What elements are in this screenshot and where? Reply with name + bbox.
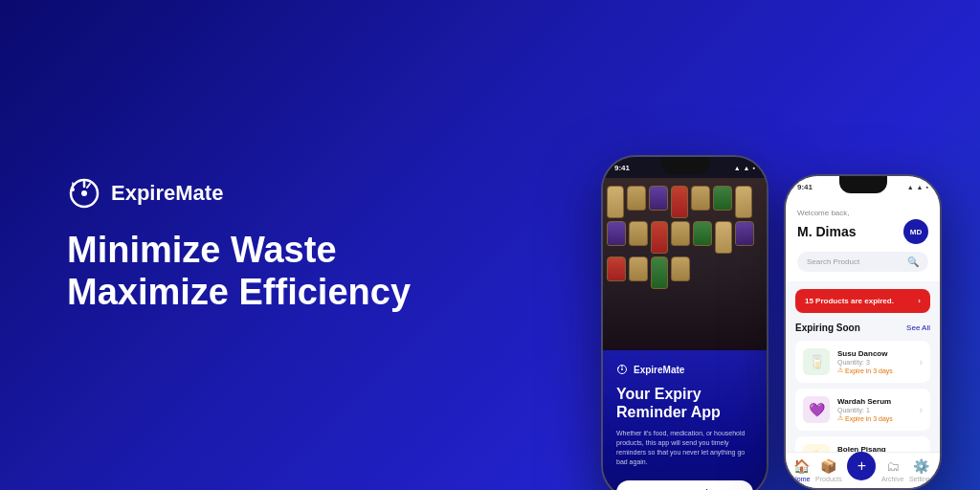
p2-search-bar[interactable]: Search Product 🔍 — [797, 252, 928, 272]
product-name-3: Bolen Pisang — [837, 445, 912, 452]
p1-subtitle: Whether it's food, medication, or househ… — [616, 429, 753, 466]
p2-section-title: Expiring Soon — [795, 323, 860, 333]
p1-title-line2: Reminder App — [616, 403, 753, 421]
phone-2-time: 9:41 — [797, 183, 813, 191]
tagline-line1: Minimize Waste — [67, 230, 601, 272]
signal-icon: ▲ — [734, 165, 741, 171]
chevron-icon-1: › — [920, 357, 923, 368]
nav-home-label: Home — [792, 476, 811, 482]
product-info-3: Bolen Pisang Quantity: 1 ⚠ Expire in 3 d… — [837, 445, 912, 452]
p2-username-row: M. Dimas MD — [797, 219, 928, 244]
get-started-button[interactable]: Get Started — [616, 480, 753, 490]
shelf-items — [607, 186, 763, 289]
p2-welcome-text: Welcome back, — [797, 209, 928, 217]
archive-icon: 🗂 — [886, 458, 900, 474]
jar-3 — [649, 186, 668, 211]
jar-10 — [651, 221, 668, 254]
svg-point-9 — [617, 368, 619, 369]
p2-username: M. Dimas — [797, 224, 856, 239]
product-qty-1: Quantity: 3 — [837, 359, 912, 366]
p2-bottom-nav: 🏠 Home 📦 Products + 🗂 Archive ⚙️ Setting… — [786, 452, 940, 488]
phone-1-status-icons: ▲ ▲ ▪ — [734, 165, 755, 171]
p2-header: Welcome back, M. Dimas MD Search Product… — [786, 197, 940, 281]
phone-1: 9:41 ▲ ▲ ▪ — [601, 155, 768, 490]
svg-point-4 — [71, 188, 75, 191]
battery-icon: ▪ — [753, 165, 755, 171]
jar-16 — [629, 256, 648, 281]
phone-2-status-icons: ▲ ▲ ▪ — [907, 184, 928, 190]
product-expire-2: ⚠ Expire in 3 days — [837, 414, 912, 422]
phone-2: 9:41 ▲ ▲ ▪ Welcome back, M. Dimas MD Sea… — [784, 174, 942, 490]
search-icon: 🔍 — [907, 256, 919, 267]
product-item-2[interactable]: 💜 Wardah Serum Quantity: 1 ⚠ Expire in 3… — [795, 389, 930, 431]
p1-title: Your Expiry Reminder App — [616, 385, 753, 421]
p1-title-line1: Your Expiry — [616, 385, 753, 403]
phone-1-notch — [661, 157, 709, 174]
phone-1-hero — [603, 178, 767, 350]
jar-13 — [715, 221, 732, 254]
jar-1 — [607, 186, 624, 218]
product-item-3[interactable]: 🍌 Bolen Pisang Quantity: 1 ⚠ Expire in 3… — [795, 436, 930, 452]
phones-section: 9:41 ▲ ▲ ▪ — [601, 0, 980, 490]
jar-14 — [735, 221, 754, 246]
jar-6 — [713, 186, 732, 211]
p2-see-all-link[interactable]: See All — [906, 323, 930, 332]
nav-home[interactable]: 🏠 Home — [792, 458, 811, 482]
nav-add-button[interactable]: + — [847, 452, 876, 480]
phone-1-time: 9:41 — [614, 164, 630, 172]
phone-2-notch — [839, 176, 887, 193]
svg-point-1 — [81, 190, 87, 196]
product-icon-3: 🍌 — [803, 444, 830, 452]
product-name-2: Wardah Serum — [837, 397, 912, 406]
p2-alert-banner[interactable]: 15 Products are expired. › — [795, 289, 930, 313]
p2-section-header: Expiring Soon See All — [795, 323, 930, 333]
signal-icon-2: ▲ — [907, 184, 914, 190]
left-section: ExpireMate Minimize Waste Maximize Effic… — [0, 176, 601, 313]
p2-search-placeholder: Search Product — [807, 257, 859, 266]
nav-archive[interactable]: 🗂 Archive — [881, 458, 903, 482]
battery-icon-2: ▪ — [926, 184, 928, 190]
jar-5 — [691, 186, 710, 211]
nav-archive-label: Archive — [881, 476, 903, 482]
jar-11 — [671, 221, 690, 246]
warning-icon-1: ⚠ — [837, 367, 843, 374]
product-icon-1: 🥛 — [803, 348, 830, 375]
p1-brand-icon — [616, 364, 628, 375]
product-item-1[interactable]: 🥛 Susu Dancow Quantity: 3 ⚠ Expire in 3 … — [795, 341, 930, 383]
p2-alert-text: 15 Products are expired. — [805, 297, 894, 305]
product-expire-1: ⚠ Expire in 3 days — [837, 367, 912, 374]
chevron-icon-2: › — [920, 405, 923, 415]
product-qty-2: Quantity: 1 — [837, 407, 912, 413]
phone-1-content: ExpireMate Your Expiry Reminder App Whet… — [603, 350, 767, 490]
brand-icon — [67, 176, 101, 211]
nav-settings[interactable]: ⚙️ Settings — [909, 458, 933, 482]
jar-2 — [627, 186, 646, 211]
settings-icon: ⚙️ — [913, 458, 929, 474]
wifi-icon: ▲ — [744, 165, 750, 171]
product-info-1: Susu Dancow Quantity: 3 ⚠ Expire in 3 da… — [837, 349, 912, 374]
expire-text-2: Expire in 3 days — [845, 415, 893, 422]
brand-name: ExpireMate — [111, 181, 223, 206]
jar-18 — [671, 256, 690, 281]
home-icon: 🏠 — [793, 458, 810, 474]
phone-2-inner: 9:41 ▲ ▲ ▪ Welcome back, M. Dimas MD Sea… — [786, 176, 940, 488]
product-name-1: Susu Dancow — [837, 349, 912, 358]
jar-17 — [651, 256, 668, 289]
nav-settings-label: Settings — [909, 476, 933, 482]
alert-chevron-icon: › — [918, 297, 921, 305]
p2-avatar: MD — [903, 219, 928, 244]
jar-8 — [607, 221, 626, 246]
jar-15 — [607, 256, 626, 281]
expire-text-1: Expire in 3 days — [845, 368, 893, 374]
svg-point-7 — [621, 368, 623, 370]
product-info-2: Wardah Serum Quantity: 1 ⚠ Expire in 3 d… — [837, 397, 912, 422]
p2-body: 15 Products are expired. › Expiring Soon… — [786, 281, 940, 452]
nav-products[interactable]: 📦 Products — [815, 458, 842, 482]
products-icon: 📦 — [820, 458, 836, 474]
jar-12 — [693, 221, 712, 246]
wifi-icon-2: ▲ — [917, 184, 924, 190]
jar-4 — [671, 186, 688, 218]
tagline-line2: Maximize Efficiency — [67, 272, 601, 314]
p1-brand-row: ExpireMate — [616, 364, 753, 375]
brand-row: ExpireMate — [67, 176, 601, 211]
